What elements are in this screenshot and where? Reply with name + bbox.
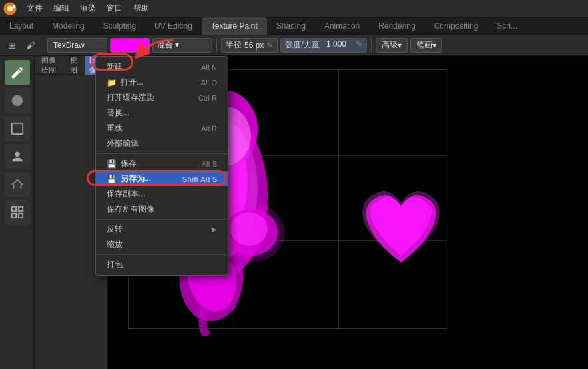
strength-control[interactable]: 强度/力度 1.000 ✎: [280, 38, 367, 53]
tab-animation[interactable]: Animation: [315, 17, 369, 35]
separator-2: [216, 39, 217, 52]
separator-b: [96, 219, 228, 220]
tool-extra[interactable]: [5, 200, 30, 225]
tab-compositing[interactable]: Compositing: [425, 17, 488, 35]
tool-clone[interactable]: [5, 144, 30, 169]
menu-item-save[interactable]: 💾 保存 Alt S: [96, 156, 228, 171]
tool-smear[interactable]: [5, 172, 30, 197]
menu-item-scale[interactable]: 缩放: [96, 237, 228, 252]
separator-c: [96, 254, 228, 255]
menu-item-save-copy[interactable]: 保存副本...: [96, 186, 228, 202]
radius-label: 半径: [226, 39, 242, 51]
menu-item-external-edit[interactable]: 外部编辑: [96, 136, 228, 151]
strength-edit-icon: ✎: [356, 39, 362, 51]
advanced-button[interactable]: 高级 ▾: [376, 38, 408, 53]
advanced-label: 高级: [382, 39, 398, 51]
separator-a: [96, 153, 228, 154]
menu-item-replace[interactable]: 替换...: [96, 105, 228, 121]
svg-point-2: [13, 5, 16, 8]
save-icon: 💾: [107, 159, 117, 169]
workspace-tabs: Layout Modeling Sculpting UV Editing Tex…: [0, 17, 588, 35]
tab-scripting[interactable]: Scri...: [487, 17, 527, 35]
toolbar-icon-brush[interactable]: 🖌: [23, 37, 39, 53]
radius-icon: ✎: [266, 41, 273, 50]
strength-value: 1.000: [326, 39, 346, 51]
menu-item-pack[interactable]: 打包: [96, 257, 228, 272]
menu-edit[interactable]: 编辑: [48, 1, 75, 15]
menu-file[interactable]: 文件: [21, 1, 48, 15]
tab-uv-editing[interactable]: UV Editing: [145, 17, 202, 35]
color-swatch[interactable]: [110, 38, 150, 53]
blender-logo: [3, 1, 17, 16]
menu-item-open[interactable]: 📁 打开... Alt O: [96, 75, 228, 90]
tab-sculpting[interactable]: Sculpting: [94, 17, 145, 35]
menu-item-save-as[interactable]: 💾 另存为... Shift Alt S: [96, 171, 228, 186]
svg-rect-5: [11, 123, 23, 135]
blend-mode-label: 混合: [157, 40, 173, 49]
menu-window[interactable]: 窗口: [101, 1, 128, 15]
tool-fill[interactable]: [5, 88, 30, 113]
stroke-button[interactable]: 笔画 ▾: [410, 38, 442, 53]
tab-rendering[interactable]: Rendering: [369, 17, 424, 35]
tool-draw[interactable]: [5, 60, 30, 85]
strength-label: 强度/力度: [285, 39, 319, 51]
menu-item-open-cache[interactable]: 打开缓存渲染 Ctrl R: [96, 90, 228, 105]
menu-help[interactable]: 帮助: [128, 1, 154, 15]
folder-icon: 📁: [107, 78, 117, 87]
menu-render[interactable]: 渲染: [75, 1, 101, 15]
radius-control[interactable]: 半径 56 px ✎: [221, 38, 278, 53]
save-as-icon: 💾: [107, 175, 117, 184]
radius-value: 56 px: [244, 41, 264, 50]
svg-point-4: [11, 95, 23, 107]
menu-item-reload[interactable]: 重载 Alt R: [96, 121, 228, 136]
stroke-label: 笔画: [416, 39, 432, 51]
submenu-arrow: ▶: [212, 226, 217, 233]
menu-item-save-all[interactable]: 保存所有图像: [96, 202, 228, 217]
blend-mode-select[interactable]: 混合 ▾: [152, 38, 212, 53]
tab-modeling[interactable]: Modeling: [43, 17, 94, 35]
top-menu-bar: 文件 编辑 渲染 窗口 帮助: [0, 0, 588, 17]
panel-menu-view[interactable]: 视图: [66, 54, 84, 77]
tab-texture-paint[interactable]: Texture Paint: [202, 17, 267, 35]
toolbar-icon-grid[interactable]: ⊞: [4, 37, 20, 53]
image-dropdown-menu: 新建 Alt N 📁 打开... Alt O 打开缓存渲染 Ctrl R 替换.…: [95, 56, 228, 276]
separator-3: [371, 39, 372, 52]
left-toolbar: [0, 56, 35, 369]
svg-rect-8: [11, 214, 15, 218]
tab-layout[interactable]: Layout: [0, 17, 43, 35]
menu-item-invert[interactable]: 反转 ▶: [96, 222, 228, 237]
menu-item-new[interactable]: 新建 Alt N: [96, 59, 228, 75]
toolbar-row: ⊞ 🖌 TexDraw 混合 ▾ 半径 56 px ✎ 强度/力度 1.000 …: [0, 35, 588, 56]
brush-name-label: TexDraw: [53, 41, 85, 50]
svg-rect-6: [11, 207, 15, 211]
svg-rect-7: [18, 207, 22, 211]
panel-menu-paint-draw[interactable]: 图像绘制: [37, 54, 65, 77]
brush-name-box[interactable]: TexDraw: [47, 38, 107, 53]
tab-shading[interactable]: Shading: [267, 17, 315, 35]
separator-1: [43, 39, 43, 52]
paint-splatter-right: [334, 156, 467, 289]
svg-rect-9: [18, 214, 22, 218]
tool-box[interactable]: [5, 116, 30, 141]
main-area: 图像绘制 视图 图像* Untitled: [0, 56, 588, 369]
